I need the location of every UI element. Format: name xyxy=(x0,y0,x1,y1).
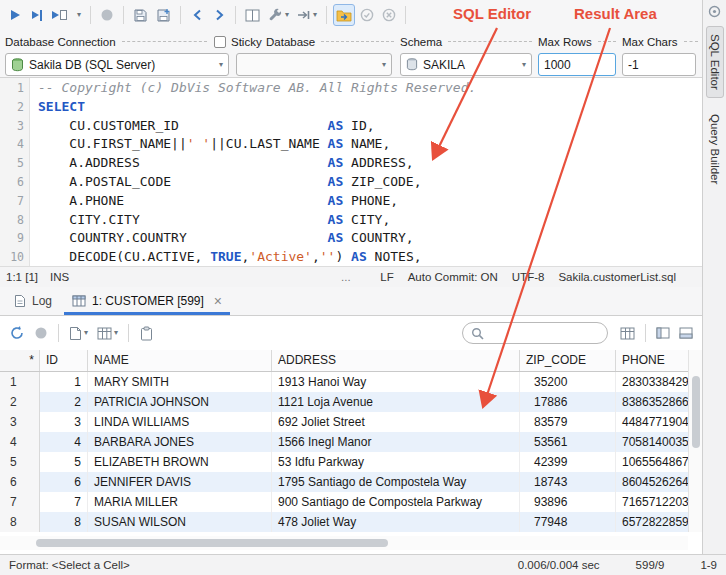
code-line[interactable]: -- Copyright (c) DbVis Software AB. All … xyxy=(38,79,702,98)
row-number-cell[interactable]: 5 xyxy=(0,452,40,472)
cell-address[interactable]: 900 Santiago de Compostela Parkway xyxy=(272,492,520,512)
editor-lines[interactable]: -- Copyright (c) DbVis Software AB. All … xyxy=(30,78,702,266)
stop-button[interactable] xyxy=(97,4,117,26)
code-line[interactable]: A.POSTAL_CODE AS ZIP_CODE, xyxy=(38,173,702,192)
row-number-cell[interactable]: 1 xyxy=(0,372,40,392)
column-header-address[interactable]: ADDRESS xyxy=(272,350,520,371)
scrollbar-thumb[interactable] xyxy=(692,376,700,448)
cell-name[interactable]: MARY SMITH xyxy=(88,372,272,392)
horizontal-scrollbar[interactable] xyxy=(0,536,688,550)
execute-current-button[interactable] xyxy=(27,4,47,26)
corner-header-cell[interactable]: * xyxy=(0,350,40,371)
table-row[interactable]: 11MARY SMITH1913 Hanoi Way35200283033842… xyxy=(0,372,702,392)
cell-zip-code[interactable]: 53561 xyxy=(520,432,616,452)
rollback-button[interactable] xyxy=(379,4,399,26)
table-row[interactable]: 22PATRICIA JOHNSON1121 Loja Avenue178868… xyxy=(0,392,702,412)
database-select[interactable]: ▾ xyxy=(236,53,392,76)
cell-name[interactable]: MARIA MILLER xyxy=(88,492,272,512)
cell-name[interactable]: JENNIFER DAVIS xyxy=(88,472,272,492)
line-ending[interactable]: LF xyxy=(380,267,393,287)
stop-result-button[interactable] xyxy=(31,322,51,344)
code-line[interactable]: CU.FIRST_NAME||' '||CU.LAST_NAME AS NAME… xyxy=(38,135,702,154)
close-tab-icon[interactable]: × xyxy=(214,294,222,308)
auto-commit-status[interactable]: Auto Commit: ON xyxy=(408,267,498,287)
cell-address[interactable]: 1913 Hanoi Way xyxy=(272,372,520,392)
cell-id[interactable]: 4 xyxy=(40,432,88,452)
results-display-toggle[interactable] xyxy=(333,4,355,26)
cell-name[interactable]: LINDA WILLIAMS xyxy=(88,412,272,432)
cell-address[interactable]: 1566 Inegl Manor xyxy=(272,432,520,452)
cell-name[interactable]: BARBARA JONES xyxy=(88,432,272,452)
code-line[interactable]: COUNTRY.COUNTRY AS COUNTRY, xyxy=(38,229,702,248)
export-result-button[interactable]: ▾ xyxy=(66,322,91,344)
cell-zip-code[interactable]: 17886 xyxy=(520,392,616,412)
cell-address[interactable]: 478 Joliet Way xyxy=(272,512,520,532)
dock-left-button[interactable] xyxy=(653,322,673,344)
forward-button[interactable] xyxy=(209,4,229,26)
cell-zip-code[interactable]: 77948 xyxy=(520,512,616,532)
row-number-cell[interactable]: 7 xyxy=(0,492,40,512)
cell-name[interactable]: PATRICIA JOHNSON xyxy=(88,392,272,412)
table-settings-button[interactable] xyxy=(617,322,638,344)
grid-view-menu-button[interactable]: ▾ xyxy=(94,322,121,344)
code-line[interactable]: A.PHONE AS PHONE, xyxy=(38,192,702,211)
sticky-checkbox[interactable]: Sticky xyxy=(214,34,262,49)
table-row[interactable]: 44BARBARA JONES1566 Inegl Manor535617058… xyxy=(0,432,702,452)
row-number-cell[interactable]: 6 xyxy=(0,472,40,492)
vertical-tab-query-builder[interactable]: Query Builder xyxy=(706,106,724,192)
cell-zip-code[interactable]: 93896 xyxy=(520,492,616,512)
scrollbar-thumb[interactable] xyxy=(36,539,388,547)
table-row[interactable]: 77MARIA MILLER900 Santiago de Compostela… xyxy=(0,492,702,512)
cell-zip-code[interactable]: 18743 xyxy=(520,472,616,492)
code-line[interactable]: CU.CUSTOMER_ID AS ID, xyxy=(38,117,702,136)
save-button[interactable] xyxy=(130,4,151,26)
connection-select[interactable]: Sakila DB (SQL Server) ▾ xyxy=(5,53,229,76)
column-header-name[interactable]: NAME xyxy=(88,350,272,371)
cell-address[interactable]: 692 Joliet Street xyxy=(272,412,520,432)
cell-address[interactable]: 1121 Loja Avenue xyxy=(272,392,520,412)
row-number-cell[interactable]: 4 xyxy=(0,432,40,452)
cell-id[interactable]: 7 xyxy=(40,492,88,512)
cell-id[interactable]: 3 xyxy=(40,412,88,432)
code-line[interactable]: SELECT xyxy=(38,98,702,117)
cell-name[interactable]: SUSAN WILSON xyxy=(88,512,272,532)
encoding[interactable]: UTF-8 xyxy=(512,267,545,287)
execute-button[interactable] xyxy=(5,4,25,26)
vertical-tab-sql-editor[interactable]: SQL Editor xyxy=(706,26,724,98)
back-button[interactable] xyxy=(187,4,207,26)
table-row[interactable]: 33LINDA WILLIAMS692 Joliet Street8357944… xyxy=(0,412,702,432)
row-number-cell[interactable]: 2 xyxy=(0,392,40,412)
cell-zip-code[interactable]: 42399 xyxy=(520,452,616,472)
schema-select[interactable]: SAKILA ▾ xyxy=(400,53,532,76)
result-filter-box[interactable] xyxy=(462,322,608,344)
cell-id[interactable]: 8 xyxy=(40,512,88,532)
tab-customer-result[interactable]: 1: CUSTOMER [599] × xyxy=(62,287,232,315)
save-as-button[interactable] xyxy=(153,4,174,26)
column-header-zip-code[interactable]: ZIP_CODE xyxy=(520,350,616,371)
cell-id[interactable]: 2 xyxy=(40,392,88,412)
code-line[interactable]: A.ADDRESS AS ADDRESS, xyxy=(38,154,702,173)
sql-editor[interactable]: 12345678910 -- Copyright (c) DbVis Softw… xyxy=(0,78,702,266)
table-row[interactable]: 55ELIZABETH BROWN53 Idfu Parkway42399106… xyxy=(0,452,702,472)
row-number-cell[interactable]: 3 xyxy=(0,412,40,432)
result-filter-input[interactable] xyxy=(489,326,599,340)
cell-id[interactable]: 1 xyxy=(40,372,88,392)
max-chars-input[interactable] xyxy=(622,53,696,76)
tab-log[interactable]: Log xyxy=(4,287,62,315)
execute-buffer-button[interactable] xyxy=(49,4,70,26)
status-ellipsis[interactable]: ... xyxy=(341,267,351,287)
editor-tools-button[interactable]: ▾ xyxy=(265,4,292,26)
split-editor-button[interactable] xyxy=(242,4,263,26)
column-header-id[interactable]: ID xyxy=(40,350,88,371)
cell-address[interactable]: 1795 Santiago de Compostela Way xyxy=(272,472,520,492)
row-number-cell[interactable]: 8 xyxy=(0,512,40,532)
code-line[interactable]: CITY.CITY AS CITY, xyxy=(38,211,702,230)
cell-id[interactable]: 5 xyxy=(40,452,88,472)
checkbox-icon[interactable] xyxy=(214,36,226,48)
vertical-scrollbar[interactable] xyxy=(688,350,702,532)
code-line[interactable]: DECODE(CU.ACTIVE, TRUE,'Active','') AS N… xyxy=(38,248,702,266)
max-rows-input[interactable] xyxy=(538,53,616,76)
cell-zip-code[interactable]: 83579 xyxy=(520,412,616,432)
cell-zip-code[interactable]: 35200 xyxy=(520,372,616,392)
goto-statement-button[interactable]: ▾ xyxy=(294,4,320,26)
